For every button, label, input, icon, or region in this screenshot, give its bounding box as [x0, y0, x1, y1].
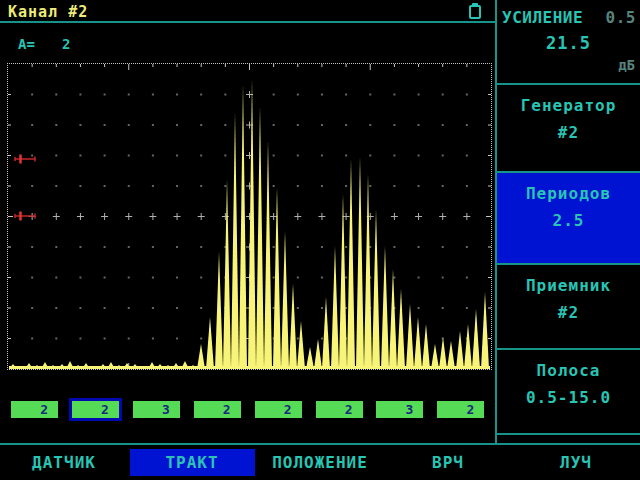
menu-item-label: ЛУЧ	[560, 453, 592, 472]
sidebar-item-2[interactable]: Периодов2.5	[497, 173, 640, 265]
gain-panel[interactable]: УСИЛЕНИЕ 0.5 21.5 дБ	[497, 0, 640, 85]
menu-item-положение[interactable]: ПОЛОЖЕНИЕ	[256, 445, 384, 480]
battery-icon	[469, 3, 482, 20]
channel-title: Канал #2	[8, 3, 88, 21]
menu-item-тракт[interactable]: ТРАКТ	[128, 445, 256, 480]
sidebar-item-value: #2	[497, 115, 640, 142]
sidebar-item-value: 0.5-15.0	[497, 380, 640, 407]
menu-item-врч[interactable]: ВРЧ	[384, 445, 512, 480]
gain-value: 21.5	[497, 33, 640, 53]
sidebar-item-value: 2.5	[497, 203, 640, 230]
menu-item-label: ДАТЧИК	[32, 453, 96, 472]
param-button-6[interactable]: 2	[316, 401, 363, 418]
sidebar-item-1[interactable]: Генератор#2	[497, 85, 640, 173]
ascan-svg	[8, 64, 491, 369]
gain-step: 0.5	[606, 8, 636, 27]
bottom-menu: ДАТЧИКТРАКТПОЛОЖЕНИЕВРЧЛУЧ	[0, 443, 640, 480]
gain-row: УСИЛЕНИЕ 0.5	[497, 0, 640, 27]
amplitude-label: A=	[18, 36, 35, 52]
ascan-plot	[7, 63, 492, 370]
param-button-3[interactable]: 3	[133, 401, 180, 418]
sidebar-item-value: #2	[497, 295, 640, 322]
menu-item-label: ТРАКТ	[130, 449, 255, 476]
menu-item-луч[interactable]: ЛУЧ	[512, 445, 640, 480]
sidebar-item-label: Периодов	[497, 173, 640, 203]
param-button-8[interactable]: 2	[437, 401, 484, 418]
sidebar-item-3[interactable]: Приемник#2	[497, 265, 640, 350]
param-button-4[interactable]: 2	[194, 401, 241, 418]
param-button-2[interactable]: 2	[72, 401, 119, 418]
menu-item-label: ВРЧ	[432, 453, 464, 472]
param-button-1[interactable]: 2	[11, 401, 58, 418]
sidebar-items: Генератор#2Периодов2.5Приемник#2Полоса0.…	[497, 85, 640, 435]
param-button-5[interactable]: 2	[255, 401, 302, 418]
menu-item-label: ПОЛОЖЕНИЕ	[272, 453, 368, 472]
sidebar-item-4[interactable]: Полоса0.5-15.0	[497, 350, 640, 435]
sidebar-item-label: Приемник	[497, 265, 640, 295]
sidebar-item-label: Генератор	[497, 85, 640, 115]
device-screen: Канал #2 A= 2 22322232 УСИЛЕНИЕ 0.5 21.5…	[0, 0, 640, 480]
amplitude-value: 2	[62, 36, 70, 52]
title-divider	[0, 21, 495, 23]
sidebar: УСИЛЕНИЕ 0.5 21.5 дБ Генератор#2Периодов…	[495, 0, 640, 443]
battery-body	[469, 5, 481, 19]
param-button-7[interactable]: 3	[376, 401, 423, 418]
amplitude-readout: A= 2	[18, 36, 35, 52]
sidebar-item-label: Полоса	[497, 350, 640, 380]
gain-label: УСИЛЕНИЕ	[502, 8, 583, 27]
gain-unit: дБ	[497, 57, 640, 73]
gate-markers	[15, 155, 35, 221]
menu-item-датчик[interactable]: ДАТЧИК	[0, 445, 128, 480]
